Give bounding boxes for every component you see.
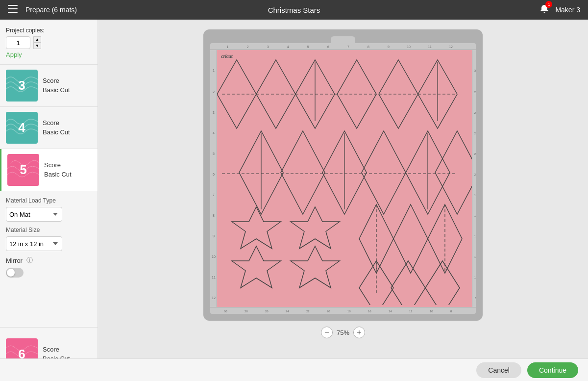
svg-text:10: 10 [407,45,411,49]
svg-text:9: 9 [213,234,215,238]
cricut-logo: cricut [221,53,232,59]
mat-item-5[interactable]: 5 Score Basic Cut [0,149,98,191]
content-area: 1 2 3 4 5 6 7 8 9 10 11 12 [98,20,588,381]
mat-item-3[interactable]: 3 Score Basic Cut [0,65,98,107]
svg-text:12: 12 [212,296,216,300]
page-title: Christmas Stars [268,6,320,14]
svg-text:9: 9 [388,45,390,49]
svg-text:24: 24 [286,310,289,313]
ruler-bottom: 30 28 26 24 22 20 18 16 14 12 10 8 [210,307,476,314]
mat-item-4[interactable]: 4 Score Basic Cut [0,107,98,149]
svg-text:16: 16 [368,310,371,313]
settings-section: Material Load Type On Mat Without Mat Ma… [0,191,98,283]
svg-text:18: 18 [347,310,351,313]
svg-text:2: 2 [213,90,215,94]
toggle-knob [7,269,15,277]
project-copies-label: Project copies: [6,27,45,34]
svg-text:22: 22 [474,152,476,155]
mat-thumbnail-4: 4 [6,112,38,144]
mat-with-rulers: 1 2 3 4 5 6 7 8 9 10 11 12 [210,43,476,314]
svg-text:7: 7 [213,193,215,197]
header-right: 1 Maker 3 [539,4,580,16]
mat-number-3: 3 [18,78,25,93]
svg-text:20: 20 [327,310,330,313]
svg-text:28: 28 [245,310,248,313]
svg-text:8: 8 [368,45,369,49]
info-icon[interactable]: ⓘ [26,256,33,265]
notification-icon[interactable]: 1 [539,4,549,16]
mirror-toggle[interactable] [6,268,24,278]
svg-text:12: 12 [409,310,413,313]
svg-text:4: 4 [287,45,289,49]
svg-text:4: 4 [213,131,215,135]
svg-text:8: 8 [450,310,452,313]
apply-button[interactable]: Apply [6,51,22,58]
notification-badge: 1 [545,1,552,8]
zoom-in-button[interactable]: + [353,327,365,338]
ruler-left: 1 2 3 4 5 6 7 8 9 10 11 12 [210,50,217,307]
svg-text:30: 30 [474,69,476,72]
svg-text:28: 28 [474,91,476,94]
svg-text:10: 10 [430,310,433,313]
material-load-type-select[interactable]: On Mat Without Mat [6,207,62,222]
mat-label-5: Score Basic Cut [44,161,72,178]
svg-text:30: 30 [224,310,227,313]
header: Prepare (6 mats) Christmas Stars 1 Maker… [0,0,588,20]
zoom-out-button[interactable]: − [321,327,333,338]
copies-input[interactable]: 1 [6,36,30,49]
svg-text:6: 6 [213,173,215,176]
bottom-bar: Cancel Continue [0,358,588,381]
ruler-right: 30 28 26 24 22 20 18 16 14 12 10 8 [472,50,476,307]
svg-text:11: 11 [428,45,432,49]
svg-text:10: 10 [474,276,476,279]
menu-icon[interactable] [8,5,18,15]
cut-zone: cricut [217,50,472,307]
svg-text:14: 14 [389,310,392,313]
main-layout: Project copies: 1 ▲ ▼ Apply 3 [0,20,588,381]
copies-up-button[interactable]: ▲ [33,36,41,43]
svg-text:3: 3 [267,45,269,49]
svg-text:12: 12 [449,45,453,49]
svg-marker-41 [362,131,406,214]
svg-text:6: 6 [327,45,329,49]
svg-text:10: 10 [212,255,216,258]
mat-number-6: 6 [18,347,25,362]
svg-text:5: 5 [307,45,309,49]
svg-text:24: 24 [474,132,476,135]
mat-main-area: 1 2 3 4 5 6 7 8 9 10 11 12 [210,50,476,307]
mat-handle [331,36,355,43]
mirror-label: Mirror [6,257,23,264]
ruler-top: 1 2 3 4 5 6 7 8 9 10 11 12 [210,43,476,50]
svg-text:1: 1 [213,69,215,72]
svg-text:16: 16 [474,214,476,217]
svg-text:20: 20 [474,173,476,176]
svg-marker-46 [232,207,281,249]
mat-thumbnail-3: 3 [6,70,38,102]
copies-spinner: ▲ ▼ [33,36,41,49]
svg-text:8: 8 [213,214,215,217]
mat-thumbnail-5: 5 [7,154,39,186]
material-size-select[interactable]: 12 in x 12 in 12 in x 24 in [6,236,62,251]
svg-text:5: 5 [213,152,215,155]
svg-text:7: 7 [347,45,349,49]
svg-marker-44 [435,131,472,214]
zoom-controls: − 75% + [321,327,365,338]
prepare-label: Prepare (6 mats) [25,6,77,14]
svg-rect-0 [8,5,18,6]
mat-number-4: 4 [18,120,25,135]
continue-button[interactable]: Continue [527,362,578,378]
mat-number-5: 5 [20,162,26,178]
svg-marker-54 [291,246,340,288]
svg-text:11: 11 [212,276,216,279]
cancel-button[interactable]: Cancel [476,362,521,378]
project-copies-section: Project copies: 1 ▲ ▼ Apply [0,20,98,65]
svg-marker-47 [291,207,340,249]
stars-svg [217,50,472,305]
svg-text:22: 22 [306,310,310,313]
svg-rect-1 [8,8,18,9]
copies-down-button[interactable]: ▼ [33,43,41,49]
svg-text:2: 2 [247,45,249,49]
mat-label-3: Score Basic Cut [43,76,70,94]
svg-text:26: 26 [474,111,476,114]
mat-container: 1 2 3 4 5 6 7 8 9 10 11 12 [203,29,483,321]
